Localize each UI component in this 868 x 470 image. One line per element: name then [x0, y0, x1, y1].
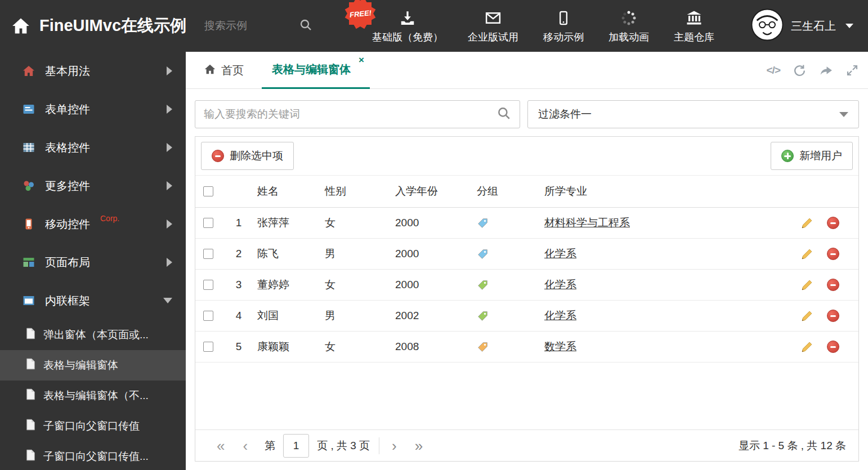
search-icon[interactable] — [496, 106, 511, 123]
column-header-year[interactable]: 入学年份 — [391, 184, 472, 199]
delete-row-icon[interactable] — [827, 248, 839, 260]
source-code-icon[interactable]: </> — [767, 64, 780, 77]
tab-label: 表格与编辑窗体 — [272, 62, 351, 77]
sidebar-item-label: 更多控件 — [45, 178, 90, 194]
chevron-down-icon — [845, 24, 853, 28]
last-page-icon[interactable]: » — [406, 438, 432, 453]
sidebar: 基本用法 表单控件 表格控件 更多控件 移动控件 Corp. 页面布局 — [0, 52, 186, 470]
layout-icon — [21, 256, 36, 269]
cell-gender: 男 — [320, 308, 391, 323]
page-suffix: 页 , 共 3 页 — [317, 438, 370, 453]
next-page-icon[interactable]: › — [383, 438, 406, 453]
sidebar-item-more[interactable]: 更多控件 — [0, 167, 186, 205]
row-checkbox[interactable] — [203, 311, 213, 321]
home-icon[interactable] — [11, 16, 30, 35]
expand-icon[interactable] — [845, 64, 859, 77]
sidebar-item-mobile[interactable]: 移动控件 Corp. — [0, 205, 186, 243]
delete-row-icon[interactable] — [827, 310, 839, 322]
cell-name: 康颖颖 — [253, 339, 320, 354]
row-checkbox[interactable] — [203, 218, 213, 228]
sidebar-subitem-popup[interactable]: 弹出窗体（本页面或... — [0, 320, 186, 350]
mobile-icon — [556, 8, 571, 26]
nav-item-mobile[interactable]: 移动示例 — [531, 0, 596, 52]
delete-row-icon[interactable] — [827, 341, 839, 353]
header-search-input[interactable] — [204, 20, 299, 32]
sidebar-item-layout[interactable]: 页面布局 — [0, 243, 186, 281]
sidebar-item-basic[interactable]: 基本用法 — [0, 52, 186, 90]
nav-label: 加载动画 — [609, 30, 649, 44]
username: 三生石上 — [791, 19, 836, 34]
bank-icon — [686, 8, 703, 26]
grid-toolbar: 删除选中项 新增用户 — [195, 137, 858, 176]
chevron-down-icon — [163, 298, 172, 303]
column-header-major[interactable]: 所学专业 — [540, 184, 774, 199]
close-icon[interactable]: × — [359, 55, 364, 65]
row-checkbox[interactable] — [203, 280, 213, 290]
first-page-icon[interactable]: « — [208, 438, 234, 453]
file-icon — [26, 449, 35, 464]
major-link[interactable]: 材料科学与工程系 — [544, 217, 630, 229]
search-icon[interactable] — [299, 18, 312, 34]
sidebar-subitem-child-to-parent-2[interactable]: 子窗口向父窗口传值... — [0, 441, 186, 470]
table-row: 1 张萍萍 女 2000 材料科学与工程系 — [195, 208, 858, 239]
user-menu[interactable]: 三生石上 — [751, 8, 853, 44]
tab-label: 首页 — [221, 63, 244, 78]
chevron-down-icon — [839, 112, 848, 117]
sidebar-subitem-child-to-parent[interactable]: 子窗口向父窗口传值 — [0, 411, 186, 441]
major-link[interactable]: 数学系 — [544, 341, 576, 352]
select-all-checkbox[interactable] — [203, 186, 213, 196]
sidebar-subitem-grid-window-2[interactable]: 表格与编辑窗体（不... — [0, 381, 186, 411]
table-row: 4 刘国 男 2002 化学系 — [195, 301, 858, 332]
delete-button-label: 删除选中项 — [230, 149, 283, 163]
file-icon — [26, 328, 35, 342]
keyword-input[interactable] — [204, 108, 496, 120]
chevron-right-icon — [167, 105, 172, 114]
delete-row-icon[interactable] — [827, 217, 839, 229]
cell-gender: 女 — [320, 216, 391, 230]
row-checkbox[interactable] — [203, 249, 213, 259]
edit-pencil-icon[interactable] — [800, 341, 813, 353]
app-title: FineUIMvc在线示例 — [39, 15, 186, 37]
cell-year: 2000 — [391, 279, 472, 291]
chevron-right-icon — [167, 181, 172, 190]
add-user-button[interactable]: 新增用户 — [771, 142, 853, 170]
column-header-group[interactable]: 分组 — [472, 184, 540, 199]
cell-name: 陈飞 — [253, 247, 320, 261]
main-content: 首页 表格与编辑窗体 × </> — [186, 52, 868, 470]
delete-selected-button[interactable]: 删除选中项 — [201, 142, 294, 170]
mobile-icon — [21, 217, 36, 231]
nav-item-themes[interactable]: 主题仓库 — [661, 0, 727, 52]
tab-home[interactable]: 首页 — [194, 52, 254, 89]
major-link[interactable]: 化学系 — [544, 248, 576, 259]
delete-row-icon[interactable] — [827, 279, 839, 291]
edit-pencil-icon[interactable] — [800, 279, 813, 292]
chevron-right-icon — [167, 258, 172, 267]
filter-row: 过滤条件一 — [195, 100, 859, 128]
nav-item-loading[interactable]: 加载动画 — [596, 0, 661, 52]
sidebar-subitem-grid-window[interactable]: 表格与编辑窗体 — [0, 350, 186, 381]
sidebar-item-label: 移动控件 — [45, 217, 90, 232]
major-link[interactable]: 化学系 — [544, 279, 576, 290]
sidebar-item-iframe[interactable]: 内联框架 — [0, 281, 186, 320]
row-checkbox[interactable] — [203, 342, 213, 352]
share-icon[interactable] — [819, 64, 833, 78]
refresh-icon[interactable] — [793, 64, 807, 78]
major-link[interactable]: 化学系 — [544, 310, 576, 321]
edit-pencil-icon[interactable] — [800, 310, 813, 323]
cell-gender: 女 — [320, 339, 391, 354]
edit-pencil-icon[interactable] — [800, 217, 813, 230]
column-header-gender[interactable]: 性别 — [320, 184, 391, 199]
prev-page-icon[interactable]: ‹ — [234, 438, 257, 453]
page-number-input[interactable] — [283, 434, 309, 458]
column-header-name[interactable]: 姓名 — [253, 184, 320, 199]
sidebar-item-grid[interactable]: 表格控件 — [0, 128, 186, 167]
sidebar-item-form[interactable]: 表单控件 — [0, 90, 186, 128]
tag-icon — [477, 248, 489, 260]
tab-grid-window[interactable]: 表格与编辑窗体 × — [262, 52, 370, 89]
edit-pencil-icon[interactable] — [800, 248, 813, 261]
envelope-icon — [485, 8, 502, 26]
filter-dropdown[interactable]: 过滤条件一 — [527, 100, 859, 128]
nav-item-enterprise[interactable]: 企业版试用 — [455, 0, 531, 52]
pagination-bar: « ‹ 第 页 , 共 3 页 › » 显示 1 - 5 条 , 共 12 条 — [195, 429, 858, 461]
nav-item-basic[interactable]: FREE! 基础版（免费） — [360, 0, 455, 52]
